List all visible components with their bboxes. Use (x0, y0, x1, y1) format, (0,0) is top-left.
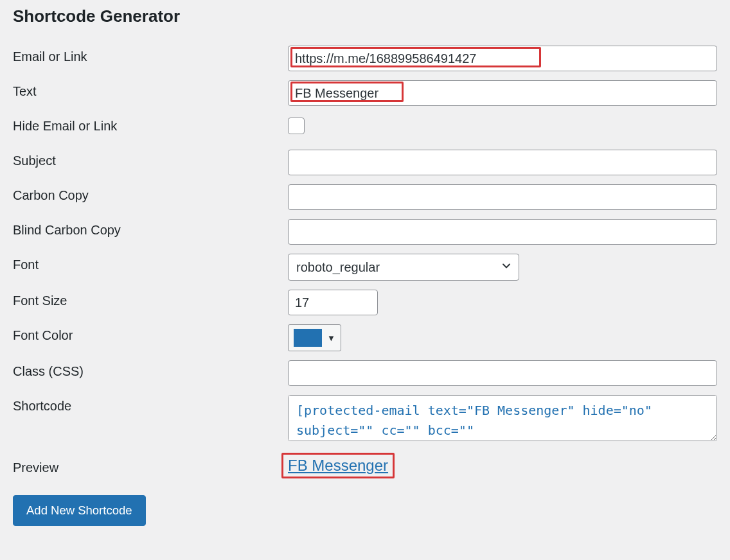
label-font-size: Font Size (13, 290, 288, 308)
text-input[interactable] (288, 80, 717, 106)
label-cc: Carbon Copy (13, 184, 288, 203)
row-subject: Subject (13, 150, 717, 175)
font-select[interactable]: roboto_regular (288, 254, 519, 281)
label-email-or-link: Email or Link (13, 46, 288, 64)
row-class: Class (CSS) (13, 360, 717, 386)
triangle-down-icon: ▼ (327, 333, 335, 343)
row-preview: Preview FB Messenger (13, 457, 717, 482)
hide-checkbox[interactable] (288, 118, 305, 134)
add-new-shortcode-button[interactable]: Add New Shortcode (13, 495, 146, 526)
label-font: Font (13, 254, 288, 272)
row-hide: Hide Email or Link (13, 115, 717, 141)
label-subject: Subject (13, 150, 288, 168)
preview-link[interactable]: FB Messenger (288, 457, 388, 474)
page-title: Shortcode Generator (13, 6, 717, 26)
email-or-link-input[interactable] (288, 46, 717, 71)
font-color-picker[interactable]: ▼ (288, 324, 341, 351)
color-swatch (294, 329, 322, 347)
cc-input[interactable] (288, 184, 717, 210)
class-input[interactable] (288, 360, 717, 386)
row-text: Text (13, 80, 717, 106)
row-cc: Carbon Copy (13, 184, 717, 210)
row-shortcode: Shortcode [protected-email text="FB Mess… (13, 395, 717, 444)
label-class: Class (CSS) (13, 360, 288, 379)
row-email-or-link: Email or Link (13, 46, 717, 71)
row-font: Font roboto_regular (13, 254, 717, 281)
row-font-color: Font Color ▼ (13, 324, 717, 351)
label-shortcode: Shortcode (13, 395, 288, 414)
shortcode-textarea[interactable]: [protected-email text="FB Messenger" hid… (288, 395, 717, 441)
label-text: Text (13, 80, 288, 99)
row-bcc: Blind Carbon Copy (13, 219, 717, 245)
bcc-input[interactable] (288, 219, 717, 245)
font-size-input[interactable] (288, 290, 378, 315)
label-preview: Preview (13, 457, 288, 475)
label-bcc: Blind Carbon Copy (13, 219, 288, 238)
label-hide: Hide Email or Link (13, 115, 288, 134)
subject-input[interactable] (288, 150, 717, 175)
row-font-size: Font Size (13, 290, 717, 315)
label-font-color: Font Color (13, 324, 288, 343)
